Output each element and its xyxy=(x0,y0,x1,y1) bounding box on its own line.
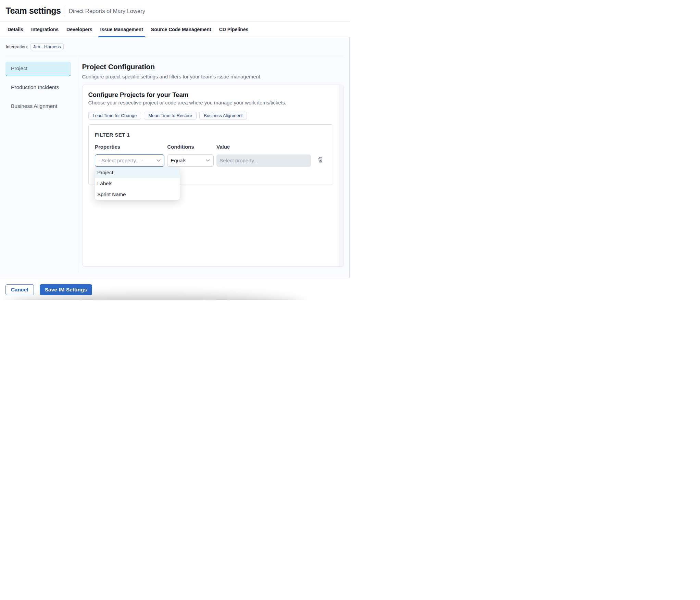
page-subtitle: Direct Reports of Mary Lowery xyxy=(69,8,145,14)
properties-select-placeholder: - Select property... - xyxy=(98,158,143,163)
dropdown-option-project[interactable]: Project xyxy=(95,167,180,178)
value-input[interactable]: Select property... xyxy=(216,154,311,167)
content-area: Integration: Jira - Harness Project Prod… xyxy=(0,37,350,278)
integration-chip[interactable]: Jira - Harness xyxy=(30,43,64,50)
labels-row-spacer xyxy=(314,144,327,150)
sidebar-item-production-incidents[interactable]: Production Incidents xyxy=(5,80,71,95)
conditions-column-label: Conditions xyxy=(167,144,214,150)
card-description: Choose your respective project or code a… xyxy=(88,100,343,105)
filter-set-title: FILTER SET 1 xyxy=(95,132,333,138)
main-panel: Project Configuration Configure project-… xyxy=(72,62,350,272)
properties-select[interactable]: - Select property... - xyxy=(95,154,164,167)
chevron-down-icon xyxy=(206,159,210,162)
vertical-divider xyxy=(77,56,77,272)
section-description: Configure project-specific settings and … xyxy=(82,74,350,79)
conditions-select[interactable]: Equals xyxy=(167,154,214,167)
properties-dropdown-menu: Project Labels Sprint Name xyxy=(95,167,180,200)
tab-cd-pipelines[interactable]: CD Pipelines xyxy=(217,22,251,37)
conditions-select-value: Equals xyxy=(171,158,186,163)
chip-lead-time-for-change[interactable]: Lead Time for Change xyxy=(88,112,141,120)
dropdown-option-labels[interactable]: Labels xyxy=(95,178,180,189)
filter-set-box: FILTER SET 1 Properties Conditions Value… xyxy=(88,124,334,185)
chip-mean-time-to-restore[interactable]: Mean Time to Restore xyxy=(144,112,197,120)
horizontal-divider xyxy=(5,56,345,56)
card-heading: Configure Projects for your Team xyxy=(88,91,343,98)
tab-issue-management[interactable]: Issue Management xyxy=(98,22,146,37)
tab-bar: Details Integrations Developers Issue Ma… xyxy=(0,22,350,37)
value-input-placeholder: Select property... xyxy=(220,158,258,163)
save-im-settings-button[interactable]: Save IM Settings xyxy=(40,284,92,295)
settings-sidebar: Project Production Incidents Business Al… xyxy=(0,62,72,272)
value-column-label: Value xyxy=(216,144,311,150)
trash-icon xyxy=(318,157,323,163)
tab-details[interactable]: Details xyxy=(5,22,26,37)
delete-filter-button[interactable] xyxy=(317,157,323,163)
cancel-button[interactable]: Cancel xyxy=(5,284,34,295)
tab-integrations[interactable]: Integrations xyxy=(29,22,61,37)
dropdown-option-sprint-name[interactable]: Sprint Name xyxy=(95,189,180,200)
page-header: Team settings Direct Reports of Mary Low… xyxy=(0,0,350,22)
chip-business-alignment[interactable]: Business Alignment xyxy=(199,112,247,120)
integration-label: Integration: xyxy=(6,44,28,49)
project-config-card: Configure Projects for your Team Choose … xyxy=(82,85,344,266)
chevron-down-icon xyxy=(157,159,161,162)
filter-labels-row: Properties Conditions Value xyxy=(95,144,333,150)
integration-row: Integration: Jira - Harness xyxy=(0,37,349,50)
sidebar-item-project[interactable]: Project xyxy=(5,62,71,76)
footer-bar: Cancel Save IM Settings xyxy=(0,278,350,300)
properties-column-label: Properties xyxy=(95,144,164,150)
filter-controls-row: - Select property... - Equals Select pro… xyxy=(95,154,333,167)
tab-developers[interactable]: Developers xyxy=(64,22,95,37)
scrollbar-track[interactable] xyxy=(339,85,343,266)
section-heading: Project Configuration xyxy=(82,63,350,71)
title-separator xyxy=(65,8,65,14)
sidebar-item-business-alignment[interactable]: Business Alignment xyxy=(5,99,71,113)
page-title: Team settings xyxy=(6,6,61,16)
tab-source-code-management[interactable]: Source Code Management xyxy=(149,22,214,37)
metric-chips-row: Lead Time for Change Mean Time to Restor… xyxy=(88,112,343,120)
